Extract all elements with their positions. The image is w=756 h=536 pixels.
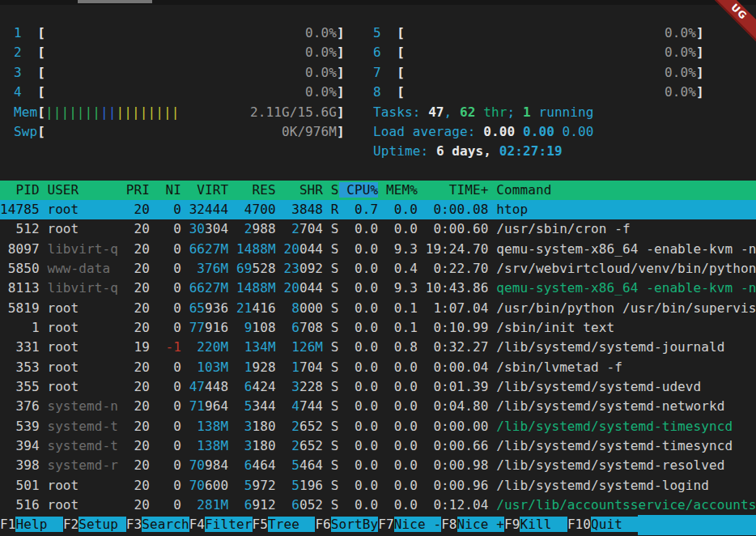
- cell-virt: 47448: [189, 379, 229, 394]
- cell-user: root: [47, 221, 118, 236]
- col-header-virt[interactable]: VIRT: [181, 182, 228, 198]
- cell-mem: 0.0: [386, 202, 418, 217]
- process-row[interactable]: 539 systemd-t 20 0 138M 3180 2652 S 0.0 …: [0, 417, 756, 436]
- cell-cpu: 0.0: [346, 280, 378, 296]
- process-row[interactable]: 398 systemd-r 20 0 70984 6464 5464 S 0.0…: [0, 456, 756, 475]
- cell-virt: 70984: [189, 457, 229, 473]
- fkey-f10[interactable]: F10Quit: [567, 515, 639, 535]
- cell-mem: 0.0: [386, 497, 418, 513]
- col-header-time[interactable]: TIME+: [418, 182, 489, 198]
- cell-res: 1488M: [236, 280, 276, 296]
- process-row[interactable]: 353 root 20 0 103M 1928 1704 S 0.0 0.0 0…: [0, 358, 756, 377]
- cell-ni: 0: [158, 221, 181, 236]
- cell-shr: 5464: [283, 457, 323, 473]
- process-row[interactable]: 501 root 20 0 70600 5972 5196 S 0.0 0.0 …: [0, 476, 756, 496]
- cell-command: /srv/webvirtcloud/venv/bin/python3: [496, 261, 756, 276]
- cell-command: /lib/systemd/systemd-networkd: [496, 398, 756, 414]
- cell-mem: 0.0: [386, 221, 418, 236]
- cell-pid: 353: [0, 359, 40, 375]
- fkey-f6[interactable]: F6SortBy: [315, 515, 378, 535]
- swp-meter: Swp[ 0K/976M]: [14, 122, 345, 142]
- cell-mem: 0.0: [386, 478, 418, 493]
- cell-s: S: [331, 241, 339, 257]
- cell-ni: 0: [158, 379, 181, 394]
- cell-mem: 9.3: [386, 280, 418, 296]
- fkey-f3[interactable]: F3Search: [126, 515, 189, 535]
- cell-pri: 20: [126, 379, 150, 394]
- cell-ni: 0: [158, 320, 181, 335]
- cell-res: 3180: [236, 438, 276, 453]
- cell-res: 6912: [236, 497, 276, 513]
- cell-pid: 394: [0, 438, 40, 453]
- cell-time: 0:00.60: [426, 221, 489, 236]
- process-row[interactable]: 14785 root 20 0 32444 4700 3848 R 0.7 0.…: [0, 200, 756, 219]
- process-row[interactable]: 355 root 20 0 47448 6424 3228 S 0.0 0.0 …: [0, 377, 756, 397]
- cell-time: 10:43.86: [426, 280, 489, 296]
- cell-user: root: [47, 320, 118, 335]
- col-header-pri[interactable]: PRI: [118, 182, 150, 198]
- process-row[interactable]: 8113 libvirt-q 20 0 6627M 1488M 20044 S …: [0, 279, 756, 298]
- col-header-shr[interactable]: SHR: [276, 182, 323, 198]
- htop-terminal: { "window": { "ribbon_text": "UG" }, "pa…: [0, 0, 756, 536]
- cell-user: systemd-n: [47, 398, 118, 414]
- col-header-ni[interactable]: NI: [150, 182, 181, 198]
- fkey-f7[interactable]: F7Nice -: [378, 515, 441, 535]
- cell-pri: 20: [126, 438, 150, 453]
- fkey-f4[interactable]: F4Filter: [189, 515, 253, 535]
- cell-pri: 20: [126, 202, 150, 217]
- cell-s: S: [331, 221, 339, 236]
- process-row[interactable]: 331 root 19 -1 220M 134M 126M S 0.0 0.8 …: [0, 338, 756, 357]
- col-header-pid[interactable]: PID: [0, 182, 40, 198]
- cell-cpu: 0.0: [346, 419, 378, 434]
- cell-mem: 0.8: [386, 339, 418, 355]
- cell-cpu: 0.0: [346, 320, 378, 335]
- cell-s: S: [331, 478, 339, 493]
- cpu-meter-2: 2 [ 0.0%]: [14, 43, 345, 62]
- fkey-f1[interactable]: F1Help: [0, 515, 63, 535]
- col-header-user[interactable]: USER: [40, 182, 118, 198]
- cell-shr: 1704: [283, 359, 323, 375]
- cell-pid: 5819: [0, 300, 40, 316]
- cell-s: S: [331, 457, 339, 473]
- process-row[interactable]: 5819 root 20 0 65936 21416 8000 S 0.0 0.…: [0, 299, 756, 318]
- cell-user: root: [47, 478, 118, 493]
- cell-s: S: [331, 339, 339, 355]
- cell-virt: 32444: [189, 202, 229, 217]
- process-row[interactable]: 516 root 20 0 281M 6912 6052 S 0.0 0.0 0…: [0, 496, 756, 515]
- cell-virt: 70600: [189, 478, 229, 493]
- col-header-cpu[interactable]: CPU%: [339, 182, 379, 198]
- col-header-res[interactable]: RES: [228, 182, 275, 198]
- process-row[interactable]: 512 root 20 0 30304 2988 2704 S 0.0 0.0 …: [0, 219, 756, 239]
- cell-res: 3180: [236, 419, 276, 434]
- cell-pri: 20: [126, 261, 150, 276]
- fkey-f8[interactable]: F8Nice +: [441, 515, 504, 535]
- col-header-s[interactable]: S: [323, 182, 338, 198]
- fkey-f2[interactable]: F2Setup: [63, 515, 126, 535]
- col-header-command[interactable]: Command: [489, 182, 756, 198]
- cpu-meter-4: 4 [ 0.0%]: [14, 83, 345, 102]
- process-row[interactable]: 394 systemd-t 20 0 138M 3180 2652 S 0.0 …: [0, 436, 756, 456]
- cell-cpu: 0.0: [346, 497, 378, 513]
- fkey-f5[interactable]: F5Tree: [253, 515, 316, 535]
- process-row[interactable]: 8097 libvirt-q 20 0 6627M 1488M 20044 S …: [0, 240, 756, 259]
- col-header-mem[interactable]: MEM%: [378, 182, 418, 198]
- cell-pri: 20: [126, 221, 150, 236]
- cell-shr: 126M: [283, 339, 323, 355]
- cell-pid: 516: [0, 497, 40, 513]
- fkey-f9[interactable]: F9Kill: [504, 515, 567, 535]
- cell-s: S: [331, 261, 339, 276]
- cell-command: /sbin/lvmetad -f: [496, 359, 756, 375]
- cell-pid: 398: [0, 457, 40, 473]
- cell-ni: 0: [158, 280, 181, 296]
- process-row[interactable]: 1 root 20 0 77916 9108 6708 S 0.0 0.1 0:…: [0, 318, 756, 338]
- cell-s: S: [331, 359, 339, 375]
- cell-mem: 0.0: [386, 419, 418, 434]
- cell-shr: 20044: [283, 280, 323, 296]
- process-row[interactable]: 5850 www-data 20 0 376M 69528 23092 S 0.…: [0, 259, 756, 279]
- process-row[interactable]: 376 systemd-n 20 0 71964 5344 4744 S 0.0…: [0, 397, 756, 416]
- cell-shr: 2652: [283, 438, 323, 453]
- cell-time: 19:24.70: [426, 241, 489, 257]
- cell-res: 4700: [236, 202, 276, 217]
- cell-command: /usr/sbin/cron -f: [496, 221, 756, 236]
- cell-command: /usr/lib/accountsservice/accounts-: [496, 497, 756, 513]
